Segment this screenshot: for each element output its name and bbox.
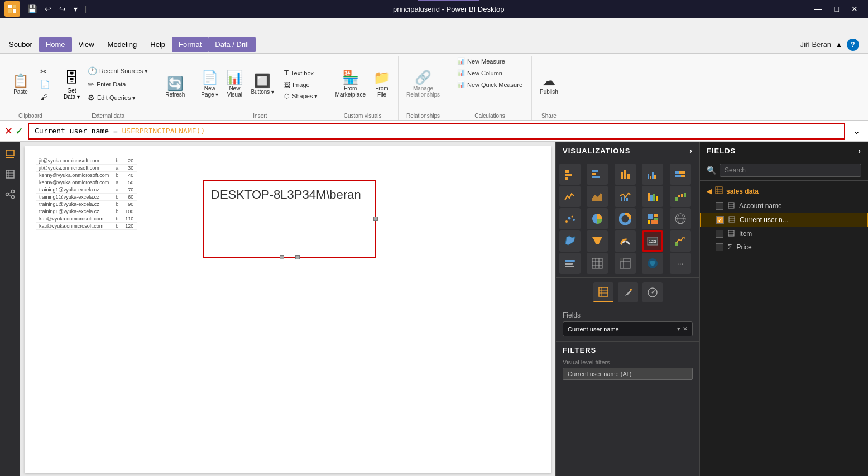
resize-handle[interactable]	[295, 255, 300, 259]
current-user-checkbox[interactable]: ✓	[716, 216, 724, 224]
visual-tools-tab[interactable]: Visual tools	[418, 0, 479, 1]
viz-globe[interactable]	[642, 253, 663, 274]
sidebar-data-view[interactable]	[2, 166, 18, 182]
field-remove-icon[interactable]: ✕	[683, 325, 688, 333]
viz-slicer[interactable]	[559, 253, 581, 274]
format-painter-button[interactable]: 🖌	[36, 91, 54, 103]
sidebar-model-view[interactable]	[2, 186, 18, 202]
paste-button[interactable]: 📋 Paste	[7, 71, 35, 98]
formula-accept-button[interactable]: ✓	[15, 125, 23, 137]
new-page-button[interactable]: 📄 NewPage ▾	[198, 69, 222, 100]
viz-clustered-col[interactable]	[642, 164, 663, 185]
undo-button[interactable]: ↩	[42, 3, 54, 15]
viz-expand-icon[interactable]: ›	[689, 146, 693, 155]
new-measure-button[interactable]: 📊 New Measure	[453, 56, 510, 66]
user-chevron[interactable]: ▲	[836, 41, 842, 49]
viz-table[interactable]	[587, 253, 608, 274]
recent-sources-button[interactable]: 🕐 Recent Sources ▾	[83, 65, 152, 77]
save-button[interactable]: 💾	[25, 3, 40, 15]
menu-datadrill[interactable]: Data / Drill	[208, 37, 256, 52]
viz-clustered-bar[interactable]	[587, 164, 608, 185]
menu-soubor[interactable]: Soubor	[2, 37, 39, 52]
viz-filled-map[interactable]	[559, 230, 581, 252]
quick-access-toolbar[interactable]: 💾 ↩ ↪ ▾ |	[25, 3, 89, 15]
close-button[interactable]: ✕	[846, 3, 864, 15]
get-data-button[interactable]: 🗄 GetData ▾	[64, 69, 80, 100]
search-input[interactable]	[720, 164, 861, 177]
menu-format[interactable]: Format	[172, 37, 208, 52]
field-item-item[interactable]: Item	[700, 227, 868, 241]
viz-more[interactable]: ···	[670, 253, 691, 274]
viz-100pct-stacked[interactable]	[670, 164, 691, 185]
viz-kpi[interactable]	[670, 230, 691, 252]
viz-format-tab[interactable]	[618, 282, 638, 302]
buttons-button[interactable]: 🔲 Buttons ▾	[247, 72, 277, 97]
resize-handle[interactable]	[280, 255, 284, 259]
svg-rect-92	[729, 217, 735, 222]
viz-treemap[interactable]	[642, 208, 663, 229]
page-canvas[interactable]: jit@vyuka.onmicrosoft.comb20 jit@vyuka.o…	[25, 146, 551, 473]
visual-box[interactable]: DESKTOP-8L3P34M\beran	[203, 180, 376, 258]
field-item-current-user[interactable]: ✓ Current user n...	[700, 213, 868, 227]
item-checkbox[interactable]	[716, 230, 723, 238]
fields-expand-icon[interactable]: ›	[858, 146, 861, 155]
viz-area[interactable]	[587, 186, 608, 207]
copy-button[interactable]: 📄	[36, 78, 54, 90]
field-drop-zone[interactable]: Current user name ▾ ✕	[563, 321, 693, 336]
publish-button[interactable]: ☁ Publish	[536, 72, 562, 97]
viz-line[interactable]	[559, 186, 581, 207]
account-name-checkbox[interactable]	[716, 202, 723, 210]
price-checkbox[interactable]	[716, 243, 723, 251]
menu-view[interactable]: View	[72, 37, 101, 52]
viz-scatter[interactable]	[559, 208, 581, 229]
image-button[interactable]: 🖼 Image	[280, 80, 322, 90]
viz-analytics-tab[interactable]	[642, 282, 663, 302]
image-label: Image	[292, 81, 310, 88]
viz-stacked-col[interactable]	[615, 164, 636, 185]
viz-map[interactable]	[670, 208, 691, 229]
edit-queries-button[interactable]: ⚙ Edit Queries ▾	[83, 92, 152, 104]
from-marketplace-button[interactable]: 🏪 FromMarketplace	[332, 69, 368, 100]
field-expand-icon[interactable]: ▾	[677, 325, 680, 333]
new-quick-measure-button[interactable]: 📊 New Quick Measure	[453, 79, 527, 90]
window-controls[interactable]: — □ ✕	[809, 3, 864, 15]
viz-ribbon[interactable]	[642, 186, 663, 207]
viz-waterfall[interactable]	[670, 186, 691, 207]
text-box-button[interactable]: T Text box	[280, 67, 322, 79]
redo-button[interactable]: ↪	[56, 3, 69, 15]
shapes-button[interactable]: ⬡ Shapes ▾	[280, 91, 322, 102]
menu-home[interactable]: Home	[39, 37, 72, 52]
viz-card[interactable]: 123	[642, 230, 663, 252]
viz-matrix[interactable]	[615, 253, 636, 274]
formula-input[interactable]: Current user name = USERPRINCIPALNAME()	[28, 123, 845, 140]
customize-button[interactable]: ▾	[71, 3, 80, 15]
resize-handle[interactable]	[373, 217, 378, 221]
maximize-button[interactable]: □	[829, 3, 845, 15]
viz-fields-tab[interactable]	[593, 282, 613, 302]
sidebar-report-view[interactable]	[2, 146, 18, 162]
viz-line-col[interactable]	[615, 186, 636, 207]
field-table-header[interactable]: ◀ sales data	[700, 183, 868, 199]
formula-reject-button[interactable]: ✕	[4, 125, 13, 137]
viz-donut[interactable]	[615, 208, 636, 229]
formula-expand-button[interactable]: ⌄	[850, 124, 864, 137]
menu-help[interactable]: Help	[143, 37, 172, 52]
viz-funnel[interactable]	[587, 230, 608, 252]
field-item-account-name[interactable]: Account name	[700, 199, 868, 213]
refresh-button[interactable]: 🔄 Refresh	[162, 75, 188, 100]
help-button[interactable]: ?	[847, 39, 859, 51]
menu-modeling[interactable]: Modeling	[101, 37, 144, 52]
minimize-button[interactable]: —	[809, 3, 828, 15]
enter-data-button[interactable]: ✏ Enter Data	[83, 78, 152, 90]
field-item-price[interactable]: Σ Price	[700, 241, 868, 254]
manage-relationships-button[interactable]: 🔗 ManageRelationships	[403, 69, 443, 100]
filter-chip[interactable]: Current user name (All)	[563, 368, 693, 380]
from-file-button[interactable]: 📁 FromFile	[370, 69, 394, 100]
cut-button[interactable]: ✂	[36, 65, 54, 78]
viz-pie[interactable]	[587, 208, 608, 229]
new-visual-button[interactable]: 📊 NewVisual	[223, 69, 246, 100]
viz-stacked-bar[interactable]	[559, 164, 581, 185]
visualizations-panel: VISUALIZATIONS ›	[555, 142, 699, 476]
new-column-button[interactable]: 📊 New Column	[453, 68, 507, 78]
viz-gauge[interactable]	[615, 230, 636, 252]
